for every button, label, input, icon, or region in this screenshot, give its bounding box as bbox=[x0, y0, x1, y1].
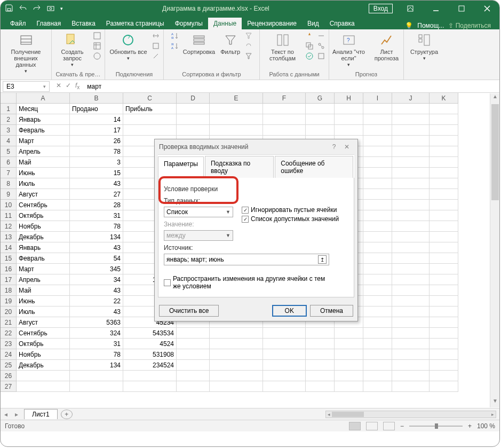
cell[interactable] bbox=[177, 349, 210, 360]
cell[interactable] bbox=[430, 317, 458, 328]
cell[interactable] bbox=[306, 328, 335, 339]
dialog-tab-error-alert[interactable]: Сообщение об ошибке bbox=[275, 156, 353, 178]
column-header[interactable]: I bbox=[363, 93, 392, 104]
cell[interactable] bbox=[123, 381, 177, 392]
cell[interactable]: Сентябрь bbox=[17, 328, 70, 339]
row-header[interactable]: 25 bbox=[1, 360, 17, 371]
recent-sources-button[interactable] bbox=[93, 52, 101, 60]
cell[interactable] bbox=[177, 360, 210, 371]
tab-file[interactable]: Файл bbox=[5, 18, 31, 29]
cell[interactable] bbox=[177, 328, 210, 339]
cancel-entry-icon[interactable]: ✕ bbox=[56, 82, 61, 90]
cell[interactable] bbox=[363, 221, 392, 232]
cell[interactable] bbox=[263, 381, 306, 392]
whatif-button[interactable]: ? Анализ "что если"▾ bbox=[330, 32, 368, 69]
name-box[interactable]: E3▾ bbox=[3, 81, 50, 92]
undo-icon[interactable] bbox=[19, 4, 27, 14]
cell[interactable]: Прибыль bbox=[123, 104, 177, 114]
cell[interactable]: 543534 bbox=[123, 328, 177, 339]
cell[interactable] bbox=[430, 306, 458, 317]
view-pagelayout-button[interactable] bbox=[366, 422, 378, 430]
new-query-button[interactable]: Создать запрос▾ bbox=[55, 32, 90, 69]
row-header[interactable]: 6 bbox=[1, 157, 17, 168]
cell[interactable] bbox=[177, 339, 210, 349]
cell[interactable]: Июль bbox=[17, 306, 70, 317]
properties-button[interactable] bbox=[152, 42, 160, 50]
consolidate-button[interactable] bbox=[317, 32, 325, 40]
cell[interactable] bbox=[392, 328, 430, 339]
cell[interactable] bbox=[392, 339, 430, 349]
confirm-entry-icon[interactable]: ✓ bbox=[66, 82, 71, 90]
cell[interactable]: Март bbox=[17, 264, 70, 274]
cell[interactable] bbox=[177, 371, 210, 381]
cell[interactable] bbox=[430, 264, 458, 274]
cell[interactable] bbox=[335, 371, 363, 381]
cell[interactable] bbox=[306, 114, 335, 125]
cell[interactable] bbox=[123, 371, 177, 381]
dialog-tab-settings[interactable]: Параметры bbox=[158, 156, 204, 178]
cell[interactable] bbox=[430, 232, 458, 242]
cell[interactable]: Январь bbox=[17, 114, 70, 125]
cell[interactable]: 234524 bbox=[123, 360, 177, 371]
scroll-thumb[interactable] bbox=[491, 104, 499, 200]
cell[interactable] bbox=[392, 221, 430, 232]
column-header[interactable]: B bbox=[70, 93, 123, 104]
fx-icon[interactable]: fx bbox=[75, 82, 79, 90]
sort-za-button[interactable]: ЯА bbox=[170, 42, 179, 50]
row-header[interactable]: 20 bbox=[1, 306, 17, 317]
column-header[interactable]: A bbox=[17, 93, 70, 104]
cell[interactable]: 134 bbox=[70, 360, 123, 371]
cell[interactable] bbox=[210, 381, 263, 392]
flash-fill-button[interactable] bbox=[305, 32, 314, 40]
formula-input[interactable]: март bbox=[84, 83, 101, 90]
cell[interactable] bbox=[306, 339, 335, 349]
login-button[interactable]: Вход bbox=[369, 4, 393, 13]
edit-links-button[interactable] bbox=[152, 52, 160, 60]
cell[interactable] bbox=[430, 253, 458, 264]
row-header[interactable]: 18 bbox=[1, 285, 17, 296]
cell[interactable]: 5363 bbox=[70, 317, 123, 328]
cell[interactable]: Апрель bbox=[17, 274, 70, 285]
row-header[interactable]: 9 bbox=[1, 189, 17, 200]
cell[interactable] bbox=[363, 360, 392, 371]
zoom-in-button[interactable]: + bbox=[468, 422, 472, 430]
cell[interactable] bbox=[363, 381, 392, 392]
cell[interactable] bbox=[306, 125, 335, 136]
cell[interactable] bbox=[210, 339, 263, 349]
cell[interactable] bbox=[363, 200, 392, 210]
cell[interactable] bbox=[210, 125, 263, 136]
row-header[interactable]: 5 bbox=[1, 146, 17, 157]
cell[interactable] bbox=[210, 349, 263, 360]
cell[interactable] bbox=[392, 232, 430, 242]
share-button[interactable]: ⇪ Поделиться bbox=[448, 22, 495, 29]
cell[interactable] bbox=[430, 339, 458, 349]
cell[interactable] bbox=[392, 349, 430, 360]
cell[interactable] bbox=[263, 360, 306, 371]
cell[interactable] bbox=[177, 104, 210, 114]
range-picker-icon[interactable]: ↥ bbox=[318, 255, 327, 264]
clear-all-button[interactable]: Очистить все bbox=[159, 305, 219, 317]
row-header[interactable]: 8 bbox=[1, 178, 17, 189]
sheet-tab-1[interactable]: Лист1 bbox=[24, 409, 58, 419]
cell[interactable] bbox=[363, 232, 392, 242]
cell[interactable]: 54 bbox=[70, 253, 123, 264]
remove-duplicates-button[interactable] bbox=[305, 42, 314, 50]
row-header[interactable]: 11 bbox=[1, 210, 17, 221]
cell[interactable] bbox=[363, 253, 392, 264]
cell[interactable] bbox=[363, 178, 392, 189]
advanced-filter-button[interactable] bbox=[244, 52, 253, 60]
cell[interactable]: Январь bbox=[17, 242, 70, 253]
ignore-blank-checkbox[interactable]: ✓Игнорировать пустые ячейки bbox=[242, 206, 339, 214]
from-table-button[interactable] bbox=[93, 42, 101, 50]
column-header[interactable]: F bbox=[263, 93, 306, 104]
cell[interactable] bbox=[177, 125, 210, 136]
cell[interactable] bbox=[70, 371, 123, 381]
dialog-tab-input-message[interactable]: Подсказка по вводу bbox=[205, 156, 274, 178]
scroll-down-icon[interactable]: ▼ bbox=[490, 398, 500, 407]
cell[interactable] bbox=[363, 104, 392, 114]
cell[interactable] bbox=[335, 381, 363, 392]
ribbon-options-icon[interactable] bbox=[398, 1, 423, 17]
cell[interactable]: 31 bbox=[70, 210, 123, 221]
cell[interactable] bbox=[430, 285, 458, 296]
cell[interactable] bbox=[123, 114, 177, 125]
